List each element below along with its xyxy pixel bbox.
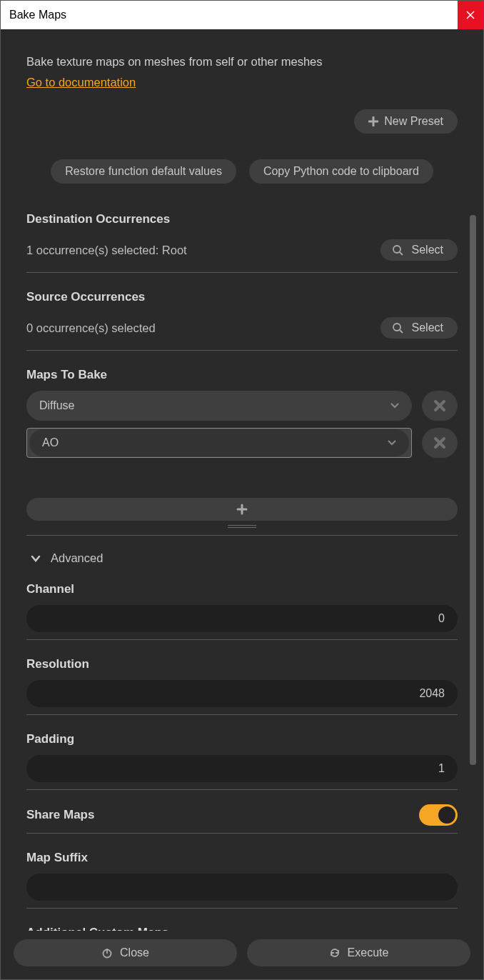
- divider: [26, 789, 458, 790]
- scrollbar[interactable]: [470, 215, 476, 931]
- map-type-select[interactable]: Diffuse: [26, 391, 412, 421]
- execute-label: Execute: [348, 946, 389, 959]
- new-preset-button[interactable]: New Preset: [354, 109, 458, 134]
- remove-icon: [433, 399, 446, 412]
- copy-python-label: Copy Python code to clipboard: [263, 165, 419, 178]
- execute-button[interactable]: Execute: [247, 939, 470, 966]
- padding-value: 1: [438, 762, 445, 775]
- source-select-button[interactable]: Select: [380, 317, 458, 339]
- close-icon: [466, 11, 475, 19]
- divider: [26, 908, 458, 909]
- divider: [26, 714, 458, 715]
- search-icon: [392, 322, 403, 334]
- share-maps-toggle[interactable]: [419, 804, 458, 826]
- add-map-button[interactable]: [26, 498, 458, 521]
- select-label: Select: [412, 244, 443, 256]
- window-title: Bake Maps: [9, 9, 66, 21]
- restore-defaults-button[interactable]: Restore function default values: [51, 159, 236, 184]
- divider: [26, 535, 458, 536]
- map-type-select-active[interactable]: AO: [26, 428, 412, 458]
- scroll-area: Destination Occurrences 1 occurrence(s) …: [1, 195, 483, 931]
- dialog-footer: Close Execute: [1, 931, 483, 979]
- close-label: Close: [120, 946, 149, 959]
- window-close-button[interactable]: [458, 1, 483, 29]
- resize-grip[interactable]: [228, 525, 256, 528]
- source-status-text: 0 occurrence(s) selected: [26, 321, 156, 335]
- power-icon: [101, 947, 113, 959]
- channel-input[interactable]: 0: [26, 605, 458, 632]
- resolution-label: Resolution: [26, 657, 458, 671]
- toggle-knob: [438, 806, 455, 824]
- destination-section-label: Destination Occurrences: [26, 212, 458, 226]
- documentation-link[interactable]: Go to documentation: [26, 76, 136, 89]
- destination-select-button[interactable]: Select: [380, 239, 458, 261]
- refresh-icon: [329, 947, 341, 959]
- scrollbar-thumb[interactable]: [470, 215, 476, 765]
- additional-custom-maps-label: Additional Custom Maps: [26, 926, 458, 931]
- search-icon: [392, 244, 403, 256]
- source-section-label: Source Occurrences: [26, 290, 458, 304]
- map-type-value: AO: [42, 436, 59, 449]
- divider: [26, 272, 458, 273]
- remove-icon: [433, 436, 446, 449]
- svg-point-1: [393, 324, 400, 331]
- restore-defaults-label: Restore function default values: [65, 165, 222, 178]
- chevron-down-icon: [390, 403, 399, 409]
- padding-input[interactable]: 1: [26, 755, 458, 782]
- copy-python-button[interactable]: Copy Python code to clipboard: [249, 159, 433, 184]
- remove-map-button[interactable]: [422, 428, 458, 458]
- divider: [26, 639, 458, 640]
- dialog-body: Bake texture maps on meshes from self or…: [1, 29, 483, 979]
- divider: [26, 833, 458, 834]
- chevron-down-icon: [31, 555, 41, 562]
- destination-status-text: 1 occurrence(s) selected: Root: [26, 244, 187, 257]
- resolution-value: 2048: [419, 687, 445, 700]
- divider: [26, 350, 458, 351]
- select-label: Select: [412, 321, 443, 334]
- map-suffix-input[interactable]: [26, 874, 458, 901]
- close-button[interactable]: Close: [14, 939, 237, 966]
- chevron-down-icon: [388, 440, 396, 446]
- resolution-input[interactable]: 2048: [26, 680, 458, 707]
- channel-label: Channel: [26, 582, 458, 596]
- advanced-label: Advanced: [51, 551, 103, 565]
- maps-to-bake-label: Maps To Bake: [26, 368, 458, 382]
- plus-icon: [368, 116, 378, 126]
- description-text: Bake texture maps on meshes from self or…: [26, 55, 458, 69]
- share-maps-label: Share Maps: [26, 808, 94, 822]
- map-type-value: Diffuse: [39, 399, 75, 412]
- advanced-toggle[interactable]: Advanced: [26, 551, 458, 565]
- remove-map-button[interactable]: [422, 391, 458, 421]
- titlebar: Bake Maps: [1, 1, 483, 29]
- channel-value: 0: [438, 612, 445, 625]
- plus-icon: [236, 504, 248, 515]
- map-suffix-label: Map Suffix: [26, 851, 458, 865]
- padding-label: Padding: [26, 732, 458, 746]
- new-preset-label: New Preset: [384, 115, 443, 128]
- svg-point-0: [393, 246, 400, 253]
- bake-maps-dialog: Bake Maps Bake texture maps on meshes fr…: [0, 0, 484, 980]
